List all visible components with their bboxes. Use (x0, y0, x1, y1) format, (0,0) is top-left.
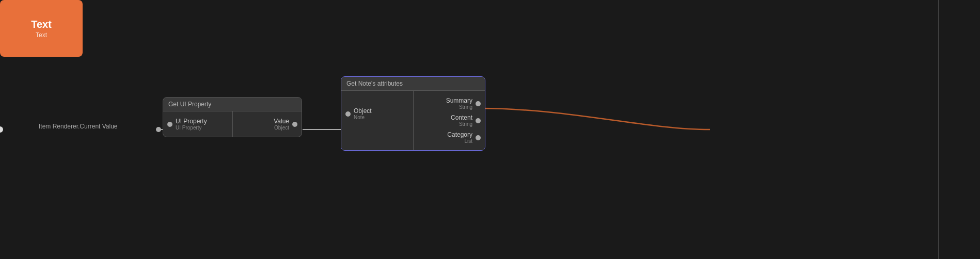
value-output-port[interactable]: Value Object (233, 116, 302, 133)
summary-output-label: Summary String (446, 97, 472, 110)
text-node[interactable]: Text Text (0, 0, 83, 57)
get-ui-property-title: Get UI Property (163, 98, 302, 111)
vertical-divider (938, 0, 939, 259)
note-inputs-column: Object Note (341, 91, 413, 150)
object-input-port[interactable]: Object Note (341, 105, 413, 122)
inputs-column: UI Property UI Property (163, 111, 232, 137)
text-node-input-dot (0, 126, 3, 133)
text-node-subtitle: Text (36, 31, 47, 39)
ui-property-input-dot (167, 122, 172, 127)
connections-layer (0, 0, 980, 259)
category-output-port[interactable]: Category List (414, 129, 485, 146)
get-note-attrs-node[interactable]: Get Note's attributes Object Note S (341, 76, 485, 151)
summary-output-dot (476, 101, 481, 106)
value-output-dot (292, 122, 297, 127)
ui-property-input-label: UI Property UI Property (176, 118, 207, 131)
content-output-label: Content String (451, 114, 472, 127)
summary-output-port[interactable]: Summary String (414, 95, 485, 112)
ui-property-input-port[interactable]: UI Property UI Property (163, 116, 232, 133)
get-note-attrs-title: Get Note's attributes (341, 77, 485, 91)
canvas: Item Renderer.Current Value Get UI Prope… (0, 0, 980, 259)
category-output-dot (476, 135, 481, 140)
text-node-title: Text (31, 19, 52, 30)
external-input-label: Item Renderer.Current Value (39, 123, 118, 130)
object-input-dot (345, 111, 351, 117)
value-output-label: Value Object (274, 118, 289, 131)
get-ui-property-node[interactable]: Get UI Property UI Property UI Property (163, 97, 302, 137)
object-input-label: Object Note (354, 107, 372, 120)
external-input-dot (156, 127, 161, 132)
category-output-label: Category List (447, 131, 472, 144)
note-outputs-column: Summary String Content String Category (414, 91, 485, 150)
outputs-column: Value Object (233, 111, 302, 137)
content-output-port[interactable]: Content String (414, 112, 485, 129)
content-output-dot (476, 118, 481, 123)
